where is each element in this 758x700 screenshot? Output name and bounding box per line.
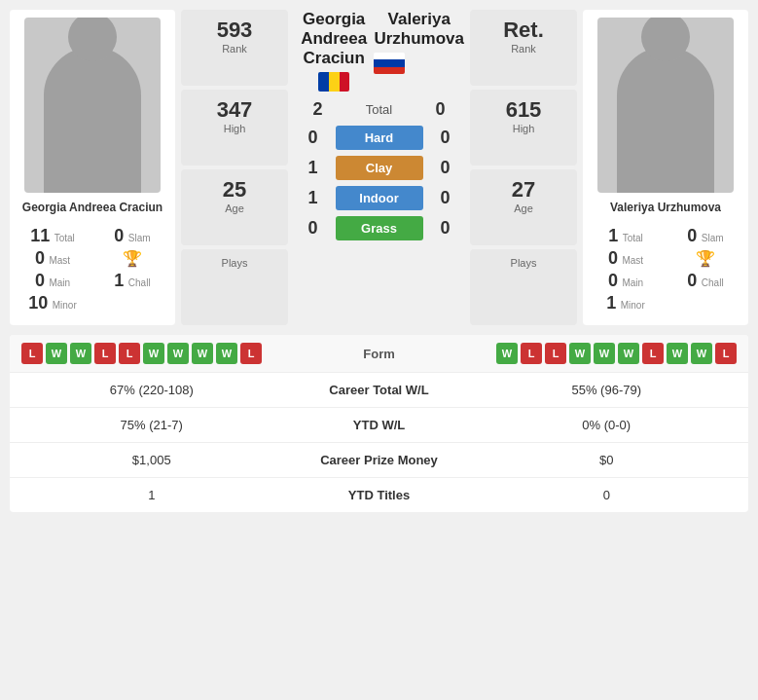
form-badge-left: L (94, 343, 116, 364)
stats-left-3: 1 (21, 488, 282, 502)
total-label: Total (341, 102, 418, 117)
center-column: Georgia Andreea Craciun Valeriya Urzhumo… (294, 10, 464, 325)
left-player-name: Georgia Andreea Craciun (22, 201, 162, 214)
left-stat-chall: 1 Chall (97, 271, 167, 291)
right-stat-chall: 0 Chall (670, 271, 740, 291)
stats-left-0: 67% (220-108) (21, 383, 282, 397)
form-badge-left: W (143, 343, 164, 364)
indoor-button[interactable]: Indoor (336, 186, 423, 210)
right-stat-main: 0 Main (591, 271, 661, 291)
grass-score-right: 0 (431, 218, 460, 239)
stats-left-1: 75% (21-7) (21, 418, 282, 432)
left-rank-box: 593 Rank (181, 10, 288, 86)
stats-center-1: YTD W/L (282, 418, 477, 432)
form-row: LWWLLWWWWL Form WLLWWWLWWL (10, 335, 748, 373)
form-badge-left: L (21, 343, 43, 364)
hard-row: 0 Hard 0 (294, 126, 464, 150)
right-form-badges: WLLWWWLWWL (438, 343, 738, 364)
form-badge-right: L (545, 343, 566, 364)
trophy-icon-right: 🏆 (670, 248, 740, 269)
clay-score-right: 0 (431, 158, 460, 178)
left-player-avatar (24, 18, 161, 193)
stats-right-1: 0% (0-0) (477, 418, 738, 432)
stats-center-2: Career Prize Money (282, 453, 477, 467)
indoor-score-right: 0 (431, 188, 460, 208)
form-badge-left: W (70, 343, 91, 364)
trophy-icon-left: 🏆 (97, 248, 167, 269)
left-form-badges: LWWLLWWWWL (21, 343, 321, 364)
left-player-card: Georgia Andreea Craciun 11 Total 0 Slam … (10, 10, 175, 325)
stats-row-1: 75% (21-7) YTD W/L 0% (0-0) (10, 408, 748, 443)
form-badge-right: L (521, 343, 542, 364)
form-badge-right: W (594, 343, 615, 364)
stats-center-3: YTD Titles (282, 488, 477, 502)
right-player-name-center: Valeriya Urzhumova (374, 10, 464, 49)
stats-center-0: Career Total W/L (282, 383, 477, 397)
left-plays-box: Plays (181, 249, 288, 325)
form-badge-left: L (119, 343, 140, 364)
indoor-row: 1 Indoor 0 (294, 186, 464, 210)
hard-score-right: 0 (431, 128, 460, 148)
stats-right-0: 55% (96-79) (477, 383, 738, 397)
right-age-box: 27 Age (470, 169, 577, 245)
form-badge-right: W (691, 343, 712, 364)
left-flag (294, 72, 374, 95)
right-player-card: Valeriya Urzhumova 1 Total 0 Slam 0 Mast… (583, 10, 748, 325)
left-middle-panel: 593 Rank 347 High 25 Age Plays (181, 10, 288, 325)
stats-row-3: 1 YTD Titles 0 (10, 478, 748, 512)
grass-button[interactable]: Grass (336, 216, 423, 240)
right-flag (374, 53, 464, 74)
bottom-table: LWWLLWWWWL Form WLLWWWLWWL 67% (220-108)… (10, 335, 748, 512)
grass-row: 0 Grass 0 (294, 216, 464, 240)
right-stat-slam: 0 Slam (670, 226, 740, 246)
left-stat-minor: 10 Minor (18, 293, 88, 313)
clay-button[interactable]: Clay (336, 156, 423, 180)
right-stat-mast: 0 Mast (591, 248, 661, 269)
grass-score-left: 0 (299, 218, 328, 239)
form-badge-right: L (715, 343, 737, 364)
form-badge-left: W (167, 343, 189, 364)
right-player-avatar (597, 18, 734, 193)
right-stat-minor: 1 Minor (591, 293, 661, 313)
hard-button[interactable]: Hard (336, 126, 423, 150)
hard-score-left: 0 (299, 128, 328, 148)
right-plays-box: Plays (470, 249, 577, 325)
left-stat-slam: 0 Slam (97, 226, 167, 246)
form-badge-left: W (46, 343, 67, 364)
left-high-box: 347 High (181, 90, 288, 166)
form-badge-right: L (642, 343, 664, 364)
form-badge-right: W (569, 343, 591, 364)
right-stat-total: 1 Total (591, 226, 661, 246)
right-player-name: Valeriya Urzhumova (610, 201, 721, 214)
form-badge-right: W (618, 343, 639, 364)
left-age-box: 25 Age (181, 169, 288, 245)
clay-row: 1 Clay 0 (294, 156, 464, 180)
form-label: Form (321, 347, 438, 361)
left-player-name-center: Georgia Andreea Craciun (294, 10, 374, 68)
right-rank-box: Ret. Rank (470, 10, 577, 86)
right-high-box: 615 High (470, 90, 577, 166)
left-stat-total: 11 Total (18, 226, 88, 246)
total-score-right: 0 (426, 99, 455, 120)
form-badge-right: W (667, 343, 688, 364)
form-badge-left: L (240, 343, 262, 364)
stats-right-2: $0 (477, 453, 738, 467)
form-badge-right: W (496, 343, 518, 364)
left-stat-main: 0 Main (18, 271, 88, 291)
stats-row-2: $1,005 Career Prize Money $0 (10, 443, 748, 478)
total-row: 2 Total 0 (294, 99, 464, 120)
total-score-left: 2 (304, 99, 333, 120)
stats-row-0: 67% (220-108) Career Total W/L 55% (96-7… (10, 373, 748, 408)
form-badge-left: W (192, 343, 213, 364)
stats-right-3: 0 (477, 488, 738, 502)
form-badge-left: W (216, 343, 237, 364)
left-stat-mast: 0 Mast (18, 248, 88, 269)
clay-score-left: 1 (299, 158, 328, 178)
right-middle-panel: Ret. Rank 615 High 27 Age Plays (470, 10, 577, 325)
stats-left-2: $1,005 (21, 453, 282, 467)
indoor-score-left: 1 (299, 188, 328, 208)
